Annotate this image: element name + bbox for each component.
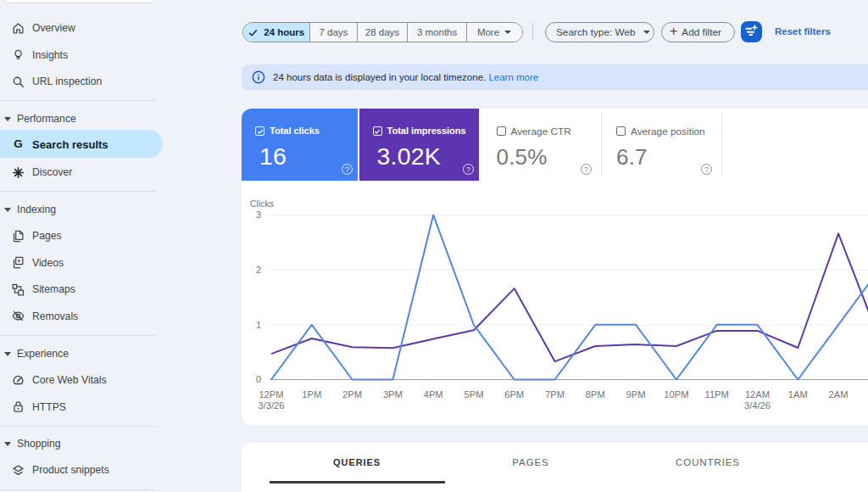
svg-text:G: G (14, 137, 22, 150)
